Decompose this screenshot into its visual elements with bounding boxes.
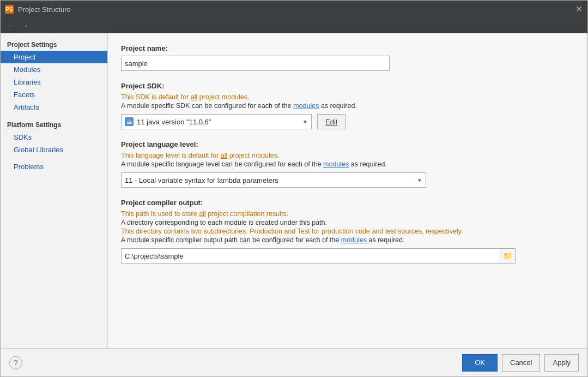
close-button[interactable]: ✕ xyxy=(574,5,583,14)
lang-dropdown-arrow: ▼ xyxy=(417,177,422,183)
sdk-info-line1: This SDK is default for all project modu… xyxy=(121,93,574,101)
project-compiler-output-label: Project compiler output: xyxy=(121,199,574,207)
project-language-level-section: Project language level: This language le… xyxy=(121,140,574,188)
sdk-info-line2: A module specific SDK can be configured … xyxy=(121,102,574,110)
project-name-label: Project name: xyxy=(121,44,574,52)
project-sdk-label: Project SDK: xyxy=(121,82,574,90)
ok-button[interactable]: OK xyxy=(462,354,498,372)
lang-all-highlight: all xyxy=(221,152,228,159)
compiler-all-highlight: all xyxy=(199,210,206,218)
sidebar-item-modules[interactable]: Modules xyxy=(1,63,107,76)
app-icon: PS xyxy=(5,5,14,14)
sidebar-item-global-libraries[interactable]: Global Libraries xyxy=(1,143,107,156)
project-name-input[interactable] xyxy=(121,56,390,71)
footer: ? OK Cancel Apply xyxy=(1,348,587,376)
sdk-modules-link[interactable]: modules xyxy=(293,102,319,110)
title-bar-left: PS Project Structure xyxy=(5,5,71,14)
compiler-info-line4: A module specific compiler output path c… xyxy=(121,236,574,244)
project-language-level-label: Project language level: xyxy=(121,140,574,148)
sidebar-divider-2 xyxy=(1,156,107,160)
project-sdk-section: Project SDK: This SDK is default for all… xyxy=(121,82,574,129)
sidebar: Project Settings Project Modules Librari… xyxy=(1,33,108,348)
compiler-output-path-row: 📁 xyxy=(121,248,516,264)
lang-info-line1: This language level is default for all p… xyxy=(121,152,574,159)
sdk-edit-button[interactable]: Edit xyxy=(317,114,345,129)
sdk-dropdown-arrow: ▼ xyxy=(302,119,308,125)
sidebar-item-project[interactable]: Project xyxy=(1,51,107,63)
content-area: Project name: Project SDK: This SDK is d… xyxy=(108,33,587,348)
platform-settings-header: Platform Settings xyxy=(1,118,107,131)
sdk-icon: ☕ xyxy=(125,117,134,126)
apply-button[interactable]: Apply xyxy=(544,354,579,372)
main-content: Project Settings Project Modules Librari… xyxy=(1,33,587,348)
forward-arrow[interactable]: → xyxy=(19,20,31,31)
dialog-title: Project Structure xyxy=(18,5,71,14)
compiler-modules-link[interactable]: modules xyxy=(341,236,367,244)
project-structure-dialog: PS Project Structure ✕ ← → Project Setti… xyxy=(0,0,588,377)
footer-left: ? xyxy=(9,356,22,369)
lang-value: 11 - Local variable syntax for lambda pa… xyxy=(125,176,278,184)
sidebar-item-problems[interactable]: Problems xyxy=(1,160,107,173)
compiler-info-line3: This directory contains two subdirectori… xyxy=(121,228,574,235)
sdk-all-highlight: all xyxy=(191,93,198,101)
nav-bar: ← → xyxy=(1,18,587,33)
sidebar-item-artifacts[interactable]: Artifacts xyxy=(1,101,107,113)
sdk-dropdown-inner: ☕ 11 java version "11.0.6" xyxy=(125,117,211,126)
back-arrow[interactable]: ← xyxy=(5,20,17,31)
sidebar-item-libraries[interactable]: Libraries xyxy=(1,76,107,88)
sdk-dropdown[interactable]: ☕ 11 java version "11.0.6" ▼ xyxy=(121,114,312,129)
lang-modules-link[interactable]: modules xyxy=(323,160,349,168)
sidebar-divider xyxy=(1,113,107,118)
compiler-output-path-input[interactable] xyxy=(122,250,500,262)
footer-right: OK Cancel Apply xyxy=(462,354,579,372)
project-compiler-output-section: Project compiler output: This path is us… xyxy=(121,199,574,264)
project-settings-header: Project Settings xyxy=(1,38,107,51)
compiler-info-line2: A directory corresponding to each module… xyxy=(121,219,574,226)
help-button[interactable]: ? xyxy=(9,356,22,369)
compiler-info-line1: This path is used to store all project c… xyxy=(121,210,574,218)
title-bar: PS Project Structure ✕ xyxy=(1,1,587,18)
lang-info-line2: A module specific language level can be … xyxy=(121,160,574,168)
sidebar-item-facets[interactable]: Facets xyxy=(1,88,107,101)
sdk-value: 11 java version "11.0.6" xyxy=(137,118,211,126)
sidebar-item-sdks[interactable]: SDKs xyxy=(1,131,107,143)
language-level-dropdown[interactable]: 11 - Local variable syntax for lambda pa… xyxy=(121,172,426,188)
compiler-output-folder-button[interactable]: 📁 xyxy=(500,249,515,263)
sdk-row: ☕ 11 java version "11.0.6" ▼ Edit xyxy=(121,114,574,129)
cancel-button[interactable]: Cancel xyxy=(502,354,540,372)
project-name-section: Project name: xyxy=(121,44,574,71)
